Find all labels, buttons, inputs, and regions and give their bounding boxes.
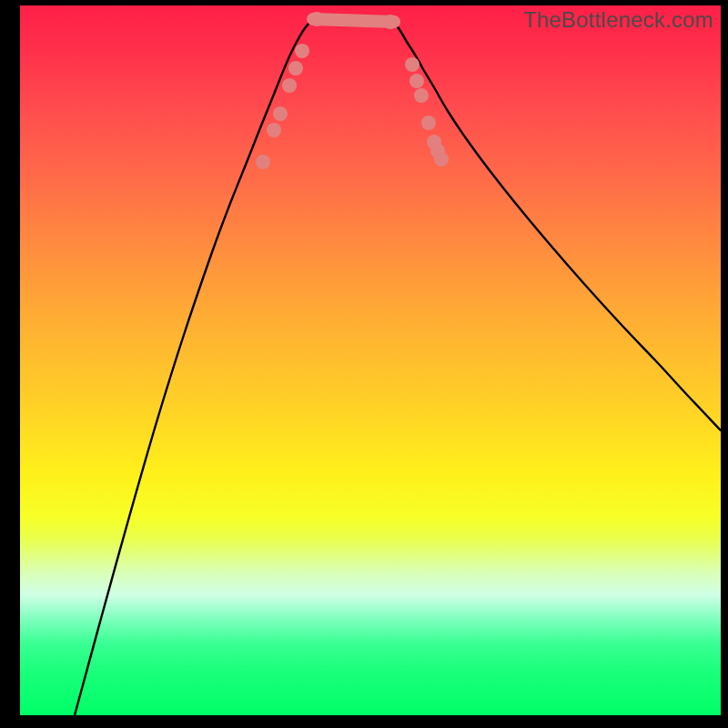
marker-dot bbox=[309, 12, 324, 26]
plateau-segment bbox=[313, 19, 394, 22]
marker-dot bbox=[267, 123, 281, 137]
marker-dot bbox=[405, 57, 420, 72]
marker-dot bbox=[288, 61, 303, 76]
left-curve bbox=[75, 19, 313, 715]
chart-stage: TheBottleneck.com bbox=[0, 0, 728, 728]
brand-watermark: TheBottleneck.com bbox=[523, 7, 713, 33]
marker-dot bbox=[414, 88, 429, 103]
marker-dot bbox=[295, 44, 309, 58]
marker-dot bbox=[282, 78, 297, 93]
plot-area bbox=[20, 5, 721, 715]
marker-dot bbox=[427, 135, 441, 149]
marker-dot bbox=[256, 155, 270, 169]
right-curve bbox=[394, 22, 721, 430]
marker-dot bbox=[410, 74, 424, 88]
marker-dot bbox=[421, 116, 436, 130]
markers bbox=[256, 12, 449, 169]
marker-dot bbox=[383, 15, 398, 29]
curve-layer bbox=[20, 5, 721, 715]
marker-dot bbox=[273, 106, 288, 121]
